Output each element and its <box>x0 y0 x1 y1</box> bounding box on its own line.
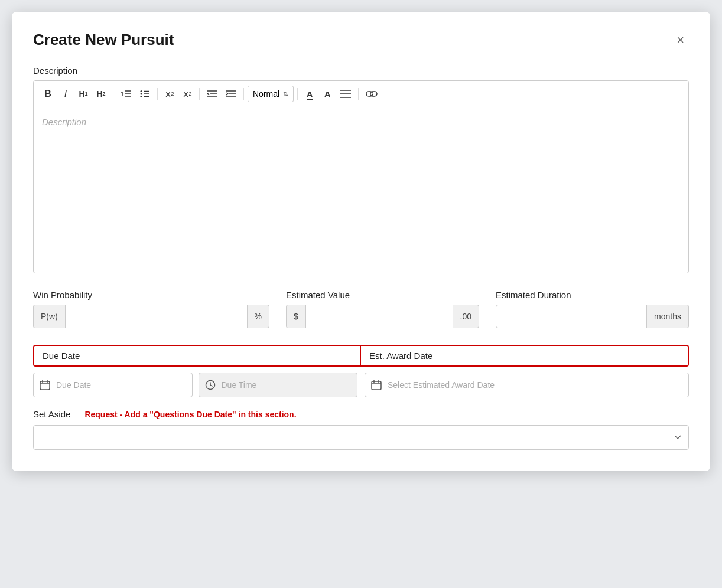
ordered-list-button[interactable]: 1. <box>117 86 135 102</box>
toolbar-separator-2 <box>157 88 158 100</box>
estimated-duration-label: Estimated Duration <box>496 290 689 300</box>
svg-rect-19 <box>40 381 50 390</box>
superscript-button[interactable]: X2 <box>179 86 196 102</box>
svg-point-5 <box>141 93 142 95</box>
indent-decrease-button[interactable] <box>203 86 221 102</box>
est-award-calendar-icon <box>365 380 388 390</box>
font-size-label: Normal <box>253 89 279 99</box>
dates-section: Due Date Est. Award Date Due Date <box>33 345 689 397</box>
due-time-input[interactable]: Due Time <box>199 373 358 397</box>
due-date-header: Due Date <box>34 346 361 365</box>
description-input[interactable]: Description <box>34 107 688 273</box>
estimated-value-input[interactable] <box>305 305 453 328</box>
font-color-button[interactable]: A <box>301 86 318 102</box>
toolbar-separator-5 <box>297 88 298 100</box>
font-size-arrow: ⇅ <box>283 90 288 98</box>
estimated-duration-input-group: months <box>496 305 689 328</box>
estimated-value-input-group: $ .00 <box>286 305 479 328</box>
due-date-inputs: Due Date Due Time <box>33 373 357 397</box>
due-date-input[interactable]: Due Date <box>33 373 193 397</box>
toolbar-separator-3 <box>199 88 200 100</box>
svg-rect-26 <box>372 381 381 390</box>
dates-inputs-row: Due Date Due Time <box>33 373 689 397</box>
toolbar-separator-1 <box>113 88 113 100</box>
estimated-duration-group: Estimated Duration months <box>496 290 689 328</box>
subscript-button[interactable]: X2 <box>161 86 178 102</box>
svg-point-4 <box>141 90 142 92</box>
h2-button[interactable]: H2 <box>93 86 109 102</box>
svg-line-25 <box>210 385 212 386</box>
svg-text:1.: 1. <box>121 90 126 97</box>
dates-header-row: Due Date Est. Award Date <box>33 345 689 367</box>
est-award-date-placeholder: Select Estimated Award Date <box>388 380 688 390</box>
create-pursuit-modal: Create New Pursuit × Description B I H1 … <box>12 12 710 471</box>
set-aside-section: Set Aside Request - Add a "Questions Due… <box>33 409 689 450</box>
win-probability-prefix: P(w) <box>33 305 65 328</box>
editor-toolbar: B I H1 H2 1. <box>34 81 688 107</box>
italic-button[interactable]: I <box>57 86 74 102</box>
font-highlight-button[interactable]: A <box>319 86 336 102</box>
win-probability-group: Win Probability P(w) % <box>33 290 269 328</box>
win-probability-input-group: P(w) % <box>33 305 269 328</box>
win-probability-suffix: % <box>248 305 269 328</box>
request-note: Request - Add a "Questions Due Date" in … <box>84 410 296 419</box>
estimated-value-prefix: $ <box>286 305 305 328</box>
rich-text-editor: B I H1 H2 1. <box>33 80 689 273</box>
calendar-icon <box>34 380 56 390</box>
estimated-duration-input[interactable] <box>496 305 647 328</box>
est-award-date-header: Est. Award Date <box>361 346 688 365</box>
close-button[interactable]: × <box>672 31 689 49</box>
estimated-duration-suffix: months <box>647 305 689 328</box>
modal-header: Create New Pursuit × <box>33 31 689 49</box>
clock-icon <box>199 380 222 390</box>
modal-title: Create New Pursuit <box>33 31 174 49</box>
set-aside-select-wrapper <box>33 425 689 450</box>
toolbar-separator-6 <box>358 88 359 100</box>
font-size-select[interactable]: Normal ⇅ <box>248 86 294 102</box>
set-aside-label: Set Aside <box>33 409 70 419</box>
estimated-value-suffix: .00 <box>453 305 479 328</box>
estimated-value-group: Estimated Value $ .00 <box>286 290 479 328</box>
h1-button[interactable]: H1 <box>75 86 92 102</box>
fields-row: Win Probability P(w) % Estimated Value $… <box>33 290 689 328</box>
estimated-value-label: Estimated Value <box>286 290 479 300</box>
align-button[interactable] <box>337 86 355 102</box>
description-label: Description <box>33 66 689 76</box>
link-button[interactable] <box>362 86 381 102</box>
svg-point-6 <box>141 96 142 97</box>
est-award-date-input[interactable]: Select Estimated Award Date <box>365 373 689 397</box>
set-aside-header-row: Set Aside Request - Add a "Questions Due… <box>33 409 689 419</box>
win-probability-label: Win Probability <box>33 290 269 300</box>
bold-button[interactable]: B <box>40 86 56 102</box>
due-date-placeholder: Due Date <box>56 380 192 390</box>
due-time-placeholder: Due Time <box>222 380 357 390</box>
toolbar-separator-4 <box>243 88 244 100</box>
unordered-list-button[interactable] <box>136 86 154 102</box>
set-aside-select[interactable] <box>33 425 689 450</box>
indent-increase-button[interactable] <box>222 86 240 102</box>
win-probability-input[interactable] <box>65 305 248 328</box>
